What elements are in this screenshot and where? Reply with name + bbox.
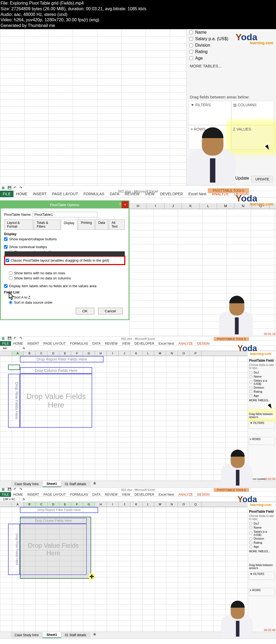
more-tables-link[interactable]: MORE TABLES...: [249, 550, 275, 553]
col-hdr[interactable]: C: [36, 351, 47, 356]
col-hdr[interactable]: K: [130, 502, 142, 507]
save-icon[interactable]: 💾: [8, 186, 12, 190]
rows-area[interactable]: ≡ ROWS: [249, 588, 275, 596]
tab-file[interactable]: FILE: [0, 492, 11, 497]
undo-icon[interactable]: ↶: [13, 337, 18, 341]
col-hdr[interactable]: J: [119, 502, 130, 507]
col-hdr[interactable]: G: [83, 502, 95, 507]
drop-row-area[interactable]: Drop Row Fields Here: [8, 374, 20, 428]
col-hdr[interactable]: B: [24, 502, 36, 507]
tab-pagelayout[interactable]: PAGE LAYOUT: [41, 341, 68, 346]
tab-data[interactable]: DATA: [90, 341, 103, 346]
col-hdr[interactable]: H: [95, 351, 107, 356]
checkbox-icon[interactable]: [189, 37, 193, 41]
drop-column-area[interactable]: Drop Column Fields Here: [20, 367, 92, 374]
col-hdr[interactable]: E: [59, 351, 71, 356]
col-hdr[interactable]: H: [129, 203, 147, 209]
col-hdr[interactable]: N: [166, 502, 178, 507]
drop-filter-area[interactable]: Drop Report Filter Fields Here: [20, 507, 98, 513]
field-name[interactable]: Name: [249, 526, 275, 530]
help-icon[interactable]: ?: [119, 202, 121, 206]
col-hdr[interactable]: F: [71, 502, 83, 507]
update-button[interactable]: UPDATE: [251, 176, 273, 183]
col-hdr[interactable]: O: [178, 502, 190, 507]
tab-developer[interactable]: DEVELOPER: [157, 191, 186, 197]
add-sheet-icon[interactable]: ⊕: [92, 632, 97, 638]
col-hdr[interactable]: Q: [190, 502, 202, 507]
name-box[interactable]: 13R x 6C: [1, 497, 20, 502]
col-hdr[interactable]: I: [107, 502, 119, 507]
columns-area[interactable]: ▥ COLUMNS: [231, 101, 274, 125]
col-hdr[interactable]: G: [83, 351, 95, 356]
col-hdr[interactable]: A: [12, 502, 24, 507]
col-hdr[interactable]: I: [147, 203, 164, 209]
col-hdr[interactable]: D: [47, 502, 59, 507]
ok-button[interactable]: OK: [76, 308, 94, 314]
dlg-tab-printing[interactable]: Printing: [78, 220, 95, 229]
close-icon[interactable]: ×: [122, 201, 129, 208]
tab-excelnext[interactable]: Excel Next: [156, 492, 176, 497]
col-hdr[interactable]: K: [130, 351, 142, 356]
tab-analyze[interactable]: ANALYZE: [176, 492, 195, 497]
dlg-tab-layout[interactable]: Layout & Format: [4, 220, 33, 229]
col-hdr[interactable]: H: [95, 502, 107, 507]
col-hdr[interactable]: E: [59, 502, 71, 507]
tab-design[interactable]: DESIGN: [195, 492, 212, 497]
chk-nocols[interactable]: [9, 276, 12, 280]
radio-datasource[interactable]: [9, 301, 12, 304]
tab-data[interactable]: DATA: [90, 492, 103, 497]
tab-formulas[interactable]: FORMULAS: [81, 191, 107, 197]
select-all-corner[interactable]: [0, 502, 12, 507]
tab-design[interactable]: DESIGN: [195, 341, 212, 346]
field-name[interactable]: Name: [249, 375, 275, 379]
col-hdr[interactable]: M: [154, 351, 166, 356]
sheet-tab-staff[interactable]: 01 Staff details: [61, 632, 90, 638]
field-doj[interactable]: DoJ: [249, 522, 275, 526]
tab-view[interactable]: VIEW: [120, 341, 132, 346]
add-sheet-icon[interactable]: ⊕: [92, 481, 97, 487]
col-hdr[interactable]: C: [36, 502, 47, 507]
dialog-titlebar[interactable]: PivotTable Options ? ×: [1, 201, 129, 208]
dlg-tab-totals[interactable]: Totals & Filters: [34, 220, 60, 229]
tab-insert[interactable]: INSERT: [25, 341, 41, 346]
field-rating[interactable]: Rating: [187, 49, 276, 55]
tab-formulas[interactable]: FORMULAS: [68, 341, 90, 346]
tab-pagelayout[interactable]: PAGE LAYOUT: [49, 191, 81, 197]
field-division[interactable]: Division: [249, 386, 275, 390]
checkbox-icon[interactable]: [189, 50, 193, 54]
tab-insert[interactable]: INSERT: [30, 191, 49, 197]
col-hdr[interactable]: L: [199, 203, 217, 209]
sheet-tab-sheet1[interactable]: Sheet1: [43, 481, 61, 487]
col-hdr[interactable]: J: [119, 351, 130, 356]
fx-icon[interactable]: fx: [23, 498, 25, 501]
col-hdr[interactable]: O: [178, 351, 190, 356]
drop-row-area[interactable]: Drop Row Fields Here: [8, 524, 20, 575]
save-icon[interactable]: 💾: [8, 337, 12, 341]
dlg-tab-display[interactable]: Display: [61, 220, 77, 230]
col-hdr[interactable]: F: [71, 351, 83, 356]
field-rating[interactable]: Rating: [249, 541, 275, 545]
more-tables-link[interactable]: MORE TABLES...: [249, 399, 275, 402]
tab-analyze[interactable]: ANALYZE: [176, 341, 195, 346]
tab-excelnext[interactable]: Excel Next: [186, 191, 209, 197]
more-tables-link[interactable]: MORE TABLES...: [187, 61, 276, 70]
sheet-tab-casestudy[interactable]: Case Study Intro: [11, 632, 43, 638]
col-hdr[interactable]: D: [47, 351, 59, 356]
sheet-tab-staff[interactable]: 01 Staff details: [61, 481, 90, 487]
field-division[interactable]: Division: [249, 537, 275, 541]
tab-formulas[interactable]: FORMULAS: [68, 492, 90, 497]
rows-area[interactable]: ≡ ROWS: [249, 437, 275, 445]
select-all-corner[interactable]: [0, 351, 12, 356]
filters-area[interactable]: ▼ FILTERS: [249, 572, 275, 580]
tab-review[interactable]: REVIEW: [103, 341, 120, 346]
undo-icon[interactable]: ↶: [13, 488, 18, 492]
col-hdr[interactable]: K: [182, 203, 199, 209]
tab-view[interactable]: VIEW: [120, 492, 132, 497]
tab-insert[interactable]: INSERT: [25, 492, 41, 497]
chk-norows[interactable]: [9, 271, 12, 275]
filters-area[interactable]: ▼ FILTERS: [249, 421, 275, 429]
chk-tooltips[interactable]: [4, 245, 8, 249]
checkbox-icon[interactable]: [189, 43, 193, 47]
dlg-tab-data[interactable]: Data: [95, 220, 108, 229]
save-icon[interactable]: 💾: [8, 488, 12, 492]
